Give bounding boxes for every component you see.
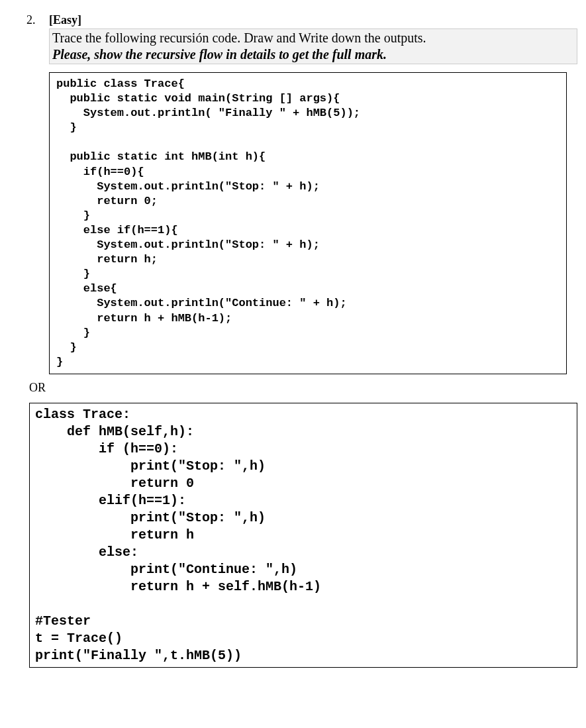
prompt-box: Trace the following recursión code. Draw… xyxy=(49,28,577,64)
prompt-line-2: Please, show the recursive flow in detai… xyxy=(52,47,574,62)
java-code-block: public class Trace{ public static void m… xyxy=(49,72,567,374)
question-number: 2. xyxy=(26,13,45,27)
or-label: OR xyxy=(29,381,577,395)
difficulty-label: [Easy] xyxy=(49,13,577,27)
python-code-block: class Trace: def hMB(self,h): if (h==0):… xyxy=(29,403,577,668)
question-row: 2. [Easy] Trace the following recursión … xyxy=(26,13,573,668)
prompt-line-1: Trace the following recursión code. Draw… xyxy=(52,30,574,46)
question-content: [Easy] Trace the following recursión cod… xyxy=(49,13,577,668)
